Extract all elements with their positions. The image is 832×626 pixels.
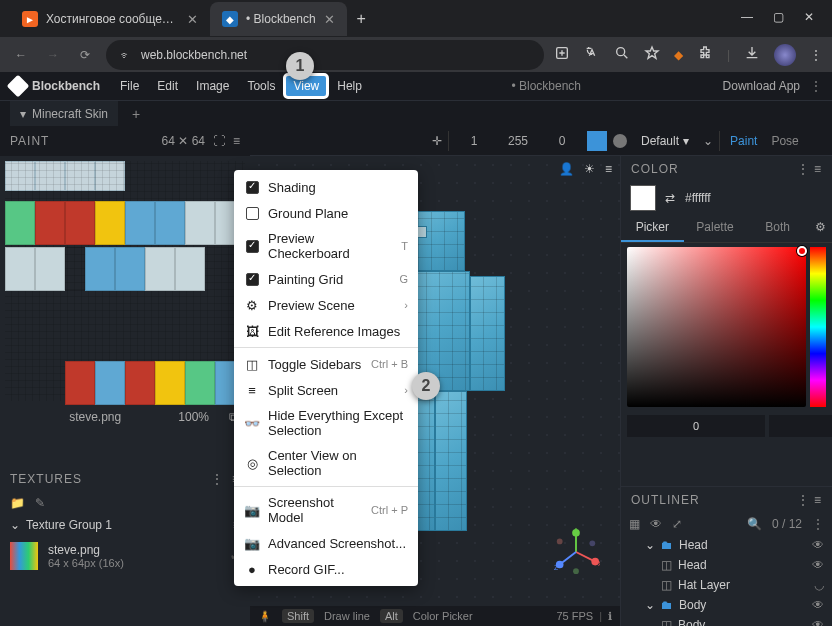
maximize-icon[interactable]: ▢ — [773, 10, 784, 24]
eye-icon[interactable]: 👁 — [812, 618, 824, 626]
outliner-item[interactable]: ⌄🖿Head👁 — [621, 535, 832, 555]
star-icon[interactable] — [644, 45, 660, 64]
texture-item[interactable]: steve.png 64 x 64px (16x) ✔ — [0, 536, 250, 576]
menu-item[interactable]: Preview Checkerboard T — [234, 226, 418, 266]
outliner-panel: OUTLINER⋮ ≡ ▦ 👁 ⤢ 🔍 0 / 12 ⋮ ⌄🖿Head👁◫Hea… — [620, 486, 832, 626]
menu-item[interactable]: ● Record GIF... — [234, 556, 418, 582]
tab-picker[interactable]: Picker — [621, 214, 684, 242]
download-app-link[interactable]: Download App — [723, 79, 800, 93]
close-icon[interactable]: ✕ — [187, 12, 198, 27]
brush-shape-circle[interactable] — [613, 134, 627, 148]
brush-shape-square[interactable] — [587, 131, 607, 151]
person-icon[interactable]: 🧍 — [258, 610, 272, 623]
app-logo[interactable]: Blockbench — [10, 78, 100, 94]
tab-palette[interactable]: Palette — [684, 214, 747, 242]
chevron-down-icon[interactable]: ⌄ — [703, 134, 713, 148]
download-icon[interactable] — [744, 45, 760, 64]
close-window-icon[interactable]: ✕ — [804, 10, 814, 24]
fullscreen-icon[interactable]: ⛶ — [213, 134, 225, 148]
profile-avatar[interactable] — [774, 44, 796, 66]
browser-tab-1[interactable]: ◆ • Blockbench ✕ — [210, 2, 347, 36]
outliner-item[interactable]: ⌄🖿Body👁 — [621, 595, 832, 615]
reload-icon[interactable]: ⟳ — [74, 48, 96, 62]
sun-icon[interactable]: ☀ — [584, 162, 595, 176]
crosshair-icon[interactable]: ✛ — [432, 134, 442, 148]
outliner-item[interactable]: ◫Head👁 — [621, 555, 832, 575]
menu-icon[interactable]: ⋮ — [812, 517, 824, 531]
swap-icon[interactable]: ⇄ — [665, 191, 675, 205]
gear-icon[interactable]: ⚙ — [809, 214, 832, 242]
menu-item[interactable]: 📷 Screenshot Model Ctrl + P — [234, 490, 418, 530]
mode-pose[interactable]: Pose — [767, 134, 802, 148]
project-tab[interactable]: ▾ Minecraft Skin — [10, 101, 118, 127]
menu-item[interactable]: 👓 Hide Everything Except Selection — [234, 403, 418, 443]
url-input[interactable]: ᯤ web.blockbench.net — [106, 40, 544, 70]
site-info-icon[interactable]: ᯤ — [120, 49, 131, 61]
menu-item[interactable]: Ground Plane — [234, 200, 418, 226]
tab-both[interactable]: Both — [746, 214, 809, 242]
menu-help[interactable]: Help — [329, 75, 370, 97]
menu-item[interactable]: Shading — [234, 174, 418, 200]
brush-opacity[interactable]: 255 — [499, 134, 537, 148]
expand-icon[interactable]: ⤢ — [672, 517, 682, 531]
outliner-item[interactable]: ◫Body👁 — [621, 615, 832, 626]
browser-tab-0[interactable]: ► Хостинговое сообщество «Tin ✕ — [10, 2, 210, 36]
panel-menu-icon[interactable]: ≡ — [233, 134, 240, 148]
menu-icon[interactable]: ⋮ — [810, 48, 822, 62]
count-label: 0 / 12 — [772, 517, 802, 531]
panel-menu-icon[interactable]: ⋮ — [211, 472, 224, 486]
menu-item[interactable]: 🖼 Edit Reference Images — [234, 318, 418, 344]
create-icon[interactable]: ✎ — [35, 496, 45, 510]
val-r[interactable] — [627, 415, 765, 437]
uv-canvas[interactable] — [5, 161, 245, 401]
brush-softness[interactable]: 0 — [543, 134, 581, 148]
menu-item[interactable]: ◫ Toggle Sidebars Ctrl + B — [234, 351, 418, 377]
eye-icon[interactable]: 👁 — [812, 558, 824, 572]
toggle-icon[interactable]: ▦ — [629, 517, 640, 531]
gradient-cursor[interactable] — [797, 246, 807, 256]
panel-menu-icon[interactable]: ⋮ ≡ — [797, 493, 822, 507]
mode-paint[interactable]: Paint — [726, 134, 761, 148]
menu-image[interactable]: Image — [188, 75, 237, 97]
import-icon[interactable]: 📁 — [10, 496, 25, 510]
menu-file[interactable]: File — [112, 75, 147, 97]
menu-item[interactable]: ⚙ Preview Scene › — [234, 292, 418, 318]
new-tab-button[interactable]: + — [347, 10, 376, 28]
menu-tools[interactable]: Tools — [239, 75, 283, 97]
divider — [719, 131, 720, 151]
preset-select[interactable]: Default ▾ — [633, 132, 697, 150]
new-project-button[interactable]: + — [124, 106, 148, 122]
primary-swatch[interactable] — [631, 186, 655, 210]
outliner-item[interactable]: ◫Hat Layer◡ — [621, 575, 832, 595]
menu-item[interactable]: ≡ Split Screen › — [234, 377, 418, 403]
eye-icon[interactable]: 👁 — [812, 538, 824, 552]
app-menu-icon[interactable]: ⋮ — [802, 79, 822, 93]
minimize-icon[interactable]: — — [741, 10, 753, 24]
ext-puzzle-icon[interactable] — [697, 45, 713, 64]
axis-gizmo[interactable]: Y X Z — [552, 528, 600, 576]
install-icon[interactable] — [554, 45, 570, 64]
menu-item[interactable]: ◎ Center View on Selection — [234, 443, 418, 483]
val-g[interactable] — [769, 415, 832, 437]
eye-icon[interactable]: 👁 — [812, 598, 824, 612]
brush-size[interactable]: 1 — [455, 134, 493, 148]
ext-metamask-icon[interactable]: ◆ — [674, 48, 683, 62]
hue-slider[interactable] — [810, 247, 826, 407]
menu-item[interactable]: Painting Grid G — [234, 266, 418, 292]
info-icon[interactable]: ℹ — [608, 610, 612, 623]
texture-group[interactable]: ⌄ Texture Group 1 ≡ — [0, 514, 250, 536]
search-icon[interactable] — [614, 45, 630, 64]
menu-edit[interactable]: Edit — [149, 75, 186, 97]
person-icon[interactable]: 👤 — [559, 162, 574, 176]
back-icon[interactable]: ← — [10, 48, 32, 62]
close-icon[interactable]: ✕ — [324, 12, 335, 27]
search-icon[interactable]: 🔍 — [747, 517, 762, 531]
hex-value[interactable]: #ffffff — [685, 191, 711, 205]
translate-icon[interactable] — [584, 45, 600, 64]
menu-icon[interactable]: ≡ — [605, 162, 612, 176]
panel-menu-icon[interactable]: ⋮ ≡ — [797, 162, 822, 176]
eye-icon[interactable]: ◡ — [814, 578, 824, 592]
visibility-icon[interactable]: 👁 — [650, 517, 662, 531]
menu-item[interactable]: 📷 Advanced Screenshot... — [234, 530, 418, 556]
color-gradient[interactable] — [627, 247, 806, 407]
